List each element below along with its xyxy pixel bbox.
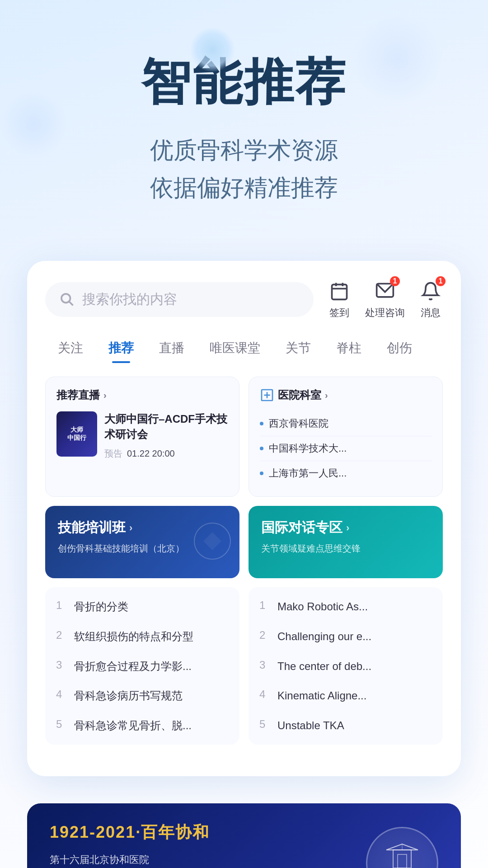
live-thumb-text: 大师中国行 — [65, 424, 89, 444]
logo-building-icon — [384, 843, 420, 868]
international-banner[interactable]: 国际对话专区 › 关节领域疑难点思维交锋 — [249, 506, 443, 578]
en-num-2: 2 — [259, 629, 270, 642]
live-card-header: 推荐直播 › — [56, 388, 228, 402]
en-list-item-2[interactable]: 2 Challenging our e... — [249, 622, 443, 651]
zh-num-3: 3 — [56, 659, 67, 671]
toolbar-notification[interactable]: 1 消息 — [418, 279, 443, 320]
live-info: 大师中国行–ACDF手术技术研讨会 预告 01.22 20:00 — [104, 411, 228, 459]
consult-icon-wrap: 1 — [373, 279, 397, 303]
zh-list-item-3[interactable]: 3 骨折愈合过程及力学影... — [45, 651, 239, 681]
calendar-icon — [329, 281, 349, 301]
live-card[interactable]: 推荐直播 › 大师中国行 大师中国行–ACDF手术技术研讨会 预告 01.22 … — [45, 377, 239, 497]
zh-list-item-1[interactable]: 1 骨折的分类 — [45, 592, 239, 622]
en-num-5: 5 — [259, 718, 270, 731]
consult-badge: 1 — [390, 276, 400, 286]
en-text-4: Kinematic Aligne... — [277, 688, 432, 703]
checkin-icon-wrap — [327, 279, 352, 303]
zh-num-2: 2 — [56, 629, 67, 642]
en-list-item-4[interactable]: 4 Kinematic Aligne... — [249, 681, 443, 711]
notification-label: 消息 — [421, 306, 441, 320]
live-title: 大师中国行–ACDF手术技术研讨会 — [104, 411, 228, 442]
banner-row: 技能培训班 › 创伤骨科基础技能培训（北京） 国际对话专区 › 关节领域疑难点思… — [45, 506, 443, 578]
notification-icon-wrap: 1 — [418, 279, 443, 303]
svg-rect-2 — [332, 285, 347, 300]
live-thumbnail: 大师中国行 — [56, 411, 97, 457]
hospital-dot-2 — [260, 447, 263, 450]
toolbar-checkin[interactable]: 签到 — [327, 279, 352, 320]
hero-subtitle: 优质骨科学术资源 依据偏好精准推荐 — [27, 132, 461, 207]
hospital-name-2: 中国科学技术大... — [269, 442, 347, 455]
svg-rect-12 — [398, 854, 407, 868]
zh-num-4: 4 — [56, 688, 67, 701]
en-num-3: 3 — [259, 659, 270, 671]
hospital-card[interactable]: 医院科室 › 西京骨科医院 中国科学技术大... 上海市第一人民... — [249, 377, 443, 497]
chinese-list: 1 骨折的分类 2 软组织损伤的特点和分型 3 骨折愈合过程及力学影... 4 … — [45, 587, 239, 745]
zh-text-3: 骨折愈合过程及力学影... — [74, 659, 229, 674]
search-placeholder: 搜索你找的内容 — [82, 290, 177, 309]
bottom-banner[interactable]: 1921-2021·百年协和 第十六届北京协和医院 骨与关节外科技术发展大会 暨… — [27, 803, 461, 868]
zh-text-1: 骨折的分类 — [74, 599, 229, 614]
bottom-banner-subtitle: 第十六届北京协和医院 骨与关节外科技术发展大会 暨第二届早发性脊柱侧凸高峰论坛 — [50, 851, 366, 868]
live-card-title: 推荐直播 — [56, 388, 100, 402]
bottom-banner-logo: 动图协和数百年 — [366, 827, 438, 868]
en-list-item-1[interactable]: 1 Mako Robotic As... — [249, 592, 443, 622]
live-tag: 预告 — [104, 448, 122, 460]
en-list-item-3[interactable]: 3 The center of deb... — [249, 651, 443, 681]
zh-num-1: 1 — [56, 599, 67, 612]
hero-decoration — [190, 27, 235, 72]
nav-tabs: 关注 推荐 直播 唯医课堂 关节 脊柱 创伤 — [45, 333, 443, 363]
training-decoration — [190, 519, 235, 566]
hero-section: 智能推荐 优质骨科学术资源 依据偏好精准推荐 — [0, 0, 488, 243]
hero-subtitle-line2: 依据偏好精准推荐 — [150, 175, 338, 201]
bottom-banner-year: 1921-2021·百年协和 — [50, 821, 366, 844]
toolbar-icons: 签到 1 处理咨询 — [327, 279, 443, 320]
hospital-card-header: 医院科室 › — [260, 388, 432, 402]
search-icon — [59, 291, 75, 307]
en-text-3: The center of deb... — [277, 659, 432, 674]
hospital-item-2[interactable]: 中国科学技术大... — [260, 436, 432, 461]
live-item: 大师中国行 大师中国行–ACDF手术技术研讨会 预告 01.22 20:00 — [56, 411, 228, 459]
zh-list-item-2[interactable]: 2 软组织损伤的特点和分型 — [45, 622, 239, 651]
lists-row: 1 骨折的分类 2 软组织损伤的特点和分型 3 骨折愈合过程及力学影... 4 … — [45, 587, 443, 745]
hospital-card-title: 医院科室 — [278, 388, 321, 402]
hospital-list: 西京骨科医院 中国科学技术大... 上海市第一人民... — [260, 411, 432, 486]
checkin-label: 签到 — [329, 306, 349, 320]
english-list: 1 Mako Robotic As... 2 Challenging our e… — [249, 587, 443, 745]
search-input-wrap[interactable]: 搜索你找的内容 — [45, 282, 314, 317]
hospital-item-3[interactable]: 上海市第一人民... — [260, 461, 432, 486]
zh-num-5: 5 — [56, 718, 67, 731]
live-meta: 预告 01.22 20:00 — [104, 448, 228, 460]
live-card-arrow: › — [103, 390, 107, 401]
zh-list-item-5[interactable]: 5 骨科急诊常见骨折、脱... — [45, 711, 239, 741]
international-banner-subtitle: 关节领域疑难点思维交锋 — [261, 542, 430, 555]
hospital-name-1: 西京骨科医院 — [269, 417, 328, 430]
tab-recommend[interactable]: 推荐 — [96, 333, 146, 363]
en-num-1: 1 — [259, 599, 270, 612]
hospital-dot-1 — [260, 422, 263, 425]
training-arrow: › — [129, 522, 132, 534]
toolbar-consult[interactable]: 1 处理咨询 — [365, 279, 405, 320]
tab-joint[interactable]: 关节 — [273, 333, 324, 363]
content-cards-row: 推荐直播 › 大师中国行 大师中国行–ACDF手术技术研讨会 预告 01.22 … — [45, 377, 443, 497]
hospital-name-3: 上海市第一人民... — [269, 467, 347, 480]
tab-weiyiketang[interactable]: 唯医课堂 — [197, 333, 273, 363]
hospital-dot-3 — [260, 472, 263, 475]
en-text-5: Unstable TKA — [277, 718, 432, 733]
en-text-1: Mako Robotic As... — [277, 599, 432, 614]
training-banner[interactable]: 技能培训班 › 创伤骨科基础技能培训（北京） — [45, 506, 239, 578]
svg-rect-11 — [393, 850, 411, 868]
bottom-banner-line1: 第十六届北京协和医院 — [50, 854, 149, 865]
international-banner-title: 国际对话专区 › — [261, 519, 430, 537]
zh-text-5: 骨科急诊常见骨折、脱... — [74, 718, 229, 733]
search-bar-row: 搜索你找的内容 签到 — [45, 279, 443, 320]
tab-follow[interactable]: 关注 — [45, 333, 96, 363]
en-num-4: 4 — [259, 688, 270, 701]
tab-trauma[interactable]: 创伤 — [374, 333, 425, 363]
notification-badge: 1 — [436, 276, 446, 286]
svg-line-1 — [69, 302, 73, 306]
tab-spine[interactable]: 脊柱 — [324, 333, 374, 363]
en-list-item-5[interactable]: 5 Unstable TKA — [249, 711, 443, 741]
hospital-item-1[interactable]: 西京骨科医院 — [260, 411, 432, 436]
zh-list-item-4[interactable]: 4 骨科急诊病历书写规范 — [45, 681, 239, 711]
tab-live[interactable]: 直播 — [146, 333, 197, 363]
